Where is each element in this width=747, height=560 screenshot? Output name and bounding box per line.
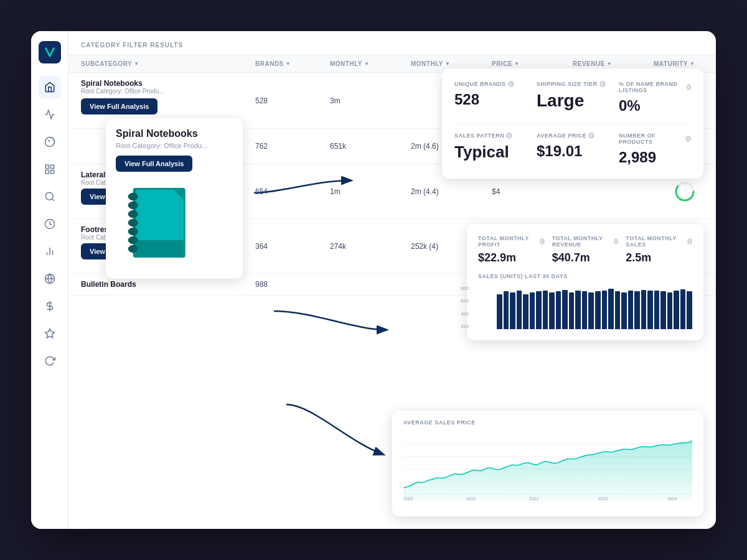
bar-chart-bar: [680, 289, 686, 329]
bar-chart-bar: [647, 291, 653, 329]
y-axis-labels: 800 600 400 200: [461, 286, 469, 329]
svg-point-42: [128, 202, 138, 208]
svg-text:2021: 2021: [466, 497, 476, 500]
svg-point-41: [128, 193, 138, 200]
col-price: PRICE ▼: [492, 60, 573, 67]
maturity-gauge-3: [654, 180, 716, 203]
num-products-stat: NUMBER OF PRODUCTS i 2,989: [619, 133, 691, 166]
svg-text:2020: 2020: [403, 497, 413, 500]
num-products-value: 2,989: [619, 149, 691, 166]
sidebar-item-refresh[interactable]: [39, 350, 61, 372]
bar-chart-bar: [549, 292, 555, 329]
sidebar-item-home[interactable]: [39, 76, 61, 98]
bar-chart-bar: [602, 291, 608, 329]
bar-chart-bar: [556, 291, 561, 329]
bar-chart-bar: [660, 291, 666, 329]
bar-chart-bar: [608, 289, 614, 329]
svg-point-43: [128, 210, 138, 217]
bar-chart-bar: [497, 294, 502, 329]
svg-marker-14: [45, 329, 54, 338]
col-monthly2: MONTHLY ▼: [411, 60, 492, 67]
profit-value: $22.9m: [478, 251, 545, 264]
bar-chart-bar: [575, 291, 581, 329]
sidebar-item-global[interactable]: [39, 268, 61, 290]
product-category-1: Root Category: Office Produ...: [116, 142, 233, 149]
col-brands: BRANDS ▼: [255, 60, 330, 67]
arrow-1: [242, 174, 366, 249]
sidebar-item-search[interactable]: [39, 185, 61, 208]
bar-chart-bar: [504, 291, 509, 329]
svg-line-6: [52, 198, 54, 200]
svg-rect-48: [136, 240, 184, 256]
line-chart-label: AVERAGE SALES PRICE: [403, 419, 692, 426]
svg-point-5: [45, 192, 53, 200]
name-brand-value: 0%: [619, 97, 691, 114]
sidebar-item-products[interactable]: [39, 158, 61, 180]
bar-chart-bar: [510, 292, 515, 329]
bar-chart-bar: [595, 291, 601, 329]
total-revenue-stat: TOTAL MONTHLY REVENUE i $40.7m: [552, 235, 619, 264]
sidebar: [31, 31, 68, 529]
unique-brands-stat: UNIQUE BRANDS i 528: [454, 81, 527, 114]
svg-rect-2: [50, 165, 54, 168]
line-chart-svg: 2020 2021 2022 2023 2024 19.5 19.0 18.5 …: [403, 432, 692, 500]
sidebar-item-analytics[interactable]: [39, 131, 61, 153]
app-logo: [39, 41, 61, 63]
arrow-2: [261, 292, 398, 355]
bar-chart-bar: [654, 291, 660, 329]
sidebar-item-keywords[interactable]: [39, 103, 61, 126]
revenue-card: TOTAL MONTHLY PROFIT i $22.9m TOTAL MONT…: [467, 224, 703, 340]
sidebar-item-history[interactable]: [39, 213, 61, 235]
total-sales-stat: TOTAL MONTHLY SALES i 2.5m: [626, 235, 692, 264]
view-analysis-btn-1[interactable]: View Full Analysis: [81, 98, 157, 114]
total-profit-stat: TOTAL MONTHLY PROFIT i $22.9m: [478, 235, 545, 264]
col-maturity: MATURITY ▼: [654, 60, 716, 67]
bar-chart-bar: [687, 291, 692, 329]
name-brand-stat: % OF NAME BRAND LISTINGS i 0%: [619, 81, 691, 114]
revenue-value: $40.7m: [552, 251, 619, 264]
svg-point-44: [128, 219, 138, 226]
svg-text:2024: 2024: [667, 497, 677, 500]
bar-chart: [497, 286, 692, 329]
svg-rect-4: [50, 170, 54, 174]
col-subcategory: SUBCATEGORY ▼: [81, 60, 255, 67]
bar-chart-bar: [641, 290, 647, 329]
bar-chart-label: SALES (UNITS) LAST 30 DAYS: [478, 273, 692, 279]
svg-rect-1: [45, 165, 49, 168]
bar-chart-bar: [588, 292, 594, 329]
shipping-size-value: Large: [537, 91, 609, 111]
table-header-bar: CATEGORY FILTER RESULTS: [68, 31, 716, 55]
bar-chart-bar: [536, 291, 542, 329]
sidebar-item-flags[interactable]: [39, 322, 61, 345]
unique-brands-value: 528: [454, 91, 527, 108]
view-full-analysis-btn-1[interactable]: View Full Analysis: [116, 156, 192, 172]
shipping-size-stat: SHIPPING SIZE TIER i Large: [537, 81, 609, 114]
bar-chart-bar: [530, 292, 535, 329]
notebook-illustration: [116, 179, 197, 266]
screen-container: CATEGORY FILTER RESULTS SUBCATEGORY ▼ BR…: [31, 31, 716, 529]
sidebar-item-revenue[interactable]: [39, 295, 61, 317]
bar-chart-bar: [634, 291, 640, 329]
avg-price-stat: AVERAGE PRICE i $19.01: [537, 133, 609, 166]
bar-chart-bar: [667, 292, 673, 329]
bar-chart-bar: [569, 292, 575, 329]
sales-value: 2.5m: [626, 251, 692, 264]
line-chart-card: AVERAGE SALES PRICE: [392, 411, 703, 516]
bar-chart-bar: [523, 294, 529, 329]
product-card-1: Spiral Notebooks Root Category: Office P…: [106, 118, 243, 279]
stats-card-top: UNIQUE BRANDS i 528 SHIPPING SIZE TIER i…: [442, 68, 703, 179]
sidebar-item-reports[interactable]: [39, 240, 61, 263]
bar-chart-bar: [582, 291, 588, 329]
svg-rect-3: [45, 170, 49, 174]
svg-text:2023: 2023: [598, 497, 608, 500]
bar-chart-bar: [615, 291, 621, 329]
table-title: CATEGORY FILTER RESULTS: [81, 42, 183, 49]
bar-chart-bar: [562, 290, 568, 329]
svg-text:2022: 2022: [529, 497, 539, 500]
bar-chart-bar: [517, 291, 522, 329]
arrow-3: [274, 392, 398, 467]
bar-chart-bar: [543, 291, 548, 329]
avg-price-value: $19.01: [537, 142, 609, 160]
sales-pattern-stat: SALES PATTERN i Typical: [454, 133, 527, 166]
svg-point-45: [128, 228, 138, 235]
